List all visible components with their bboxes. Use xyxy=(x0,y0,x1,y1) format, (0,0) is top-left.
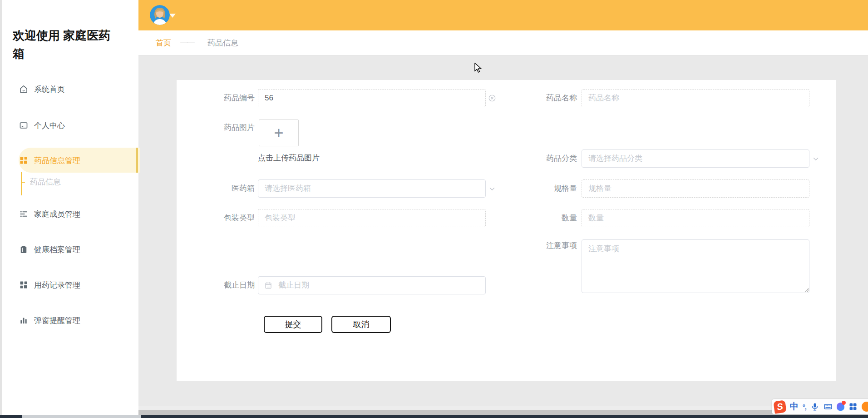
package-type-label: 包装类型 xyxy=(177,209,255,227)
calendar-icon xyxy=(264,281,272,289)
home-icon xyxy=(19,85,28,94)
sidebar-item-label: 家庭成员管理 xyxy=(34,209,80,220)
sidebar: 欢迎使用 家庭医药箱 系统首页 个人中心 药品信息管理 药品信息 xyxy=(0,0,138,415)
keyboard-icon[interactable] xyxy=(824,402,833,411)
sidebar-item-label: 健康档案管理 xyxy=(34,244,80,256)
medicine-box-select[interactable] xyxy=(258,179,486,198)
medicine-code-input[interactable] xyxy=(258,89,486,107)
archive-icon xyxy=(19,245,28,254)
toolbox-icon[interactable] xyxy=(848,402,858,411)
medicine-category-select[interactable] xyxy=(582,149,809,168)
medicine-image-label: 药品图片 xyxy=(177,119,255,137)
notes-textarea[interactable] xyxy=(582,239,809,293)
quantity-label: 数量 xyxy=(499,209,577,227)
breadcrumb-current: 药品信息 xyxy=(207,38,238,48)
sidebar-subitem-medicine-info[interactable]: 药品信息 xyxy=(2,176,140,188)
microphone-icon[interactable] xyxy=(810,402,819,411)
medicine-category-label: 药品分类 xyxy=(499,149,577,168)
package-type-input[interactable] xyxy=(258,209,486,227)
deadline-label: 截止日期 xyxy=(177,276,255,294)
horizontal-scrollbar-track[interactable] xyxy=(138,406,868,410)
chinese-mode-icon[interactable]: 中 xyxy=(790,401,799,413)
sidebar-item-label: 弹窗提醒管理 xyxy=(34,315,80,327)
emoji-icon[interactable] xyxy=(862,402,868,412)
caret-down-icon[interactable] xyxy=(169,14,176,18)
deadline-date-input[interactable] xyxy=(258,276,486,294)
sidebar-item-label: 系统首页 xyxy=(34,84,65,95)
bar-chart-icon xyxy=(19,316,28,325)
app-title: 欢迎使用 家庭医药箱 xyxy=(13,26,122,63)
ime-toolbar: S 中 °, xyxy=(772,399,868,414)
grid-icon xyxy=(19,280,28,289)
notes-label: 注意事项 xyxy=(499,237,577,255)
medicine-name-input[interactable] xyxy=(582,89,809,107)
sidebar-item-popup-reminder-mgmt[interactable]: 弹窗提醒管理 xyxy=(2,315,140,327)
quantity-input[interactable] xyxy=(582,209,809,227)
sidebar-subitem-label: 药品信息 xyxy=(30,176,61,188)
panel-icon xyxy=(19,121,28,130)
sidebar-item-label: 用药记录管理 xyxy=(34,279,80,291)
sidebar-item-medicine-info-mgmt[interactable]: 药品信息管理 xyxy=(2,155,140,167)
punctuation-icon[interactable]: °, xyxy=(803,403,806,411)
content-area: 药品编号 药品名称 药品图片 + 点击上传药品图片 药品分类 医药箱 xyxy=(138,56,868,406)
sidebar-item-health-record-mgmt[interactable]: 健康档案管理 xyxy=(2,244,140,256)
grid-icon xyxy=(19,156,28,165)
chevron-down-icon[interactable] xyxy=(488,185,496,193)
sidebar-item-system-home[interactable]: 系统首页 xyxy=(2,84,140,95)
list-icon xyxy=(19,209,28,219)
breadcrumb-home-link[interactable]: 首页 xyxy=(156,38,171,48)
spec-input[interactable] xyxy=(582,179,809,198)
medicine-code-label: 药品编号 xyxy=(177,89,255,107)
sidebar-item-family-member-mgmt[interactable]: 家庭成员管理 xyxy=(2,209,140,220)
app-window: 欢迎使用 家庭医药箱 系统首页 个人中心 药品信息管理 药品信息 xyxy=(0,0,868,418)
sidebar-item-label: 药品信息管理 xyxy=(34,155,80,167)
sidebar-item-medication-record-mgmt[interactable]: 用药记录管理 xyxy=(2,279,140,291)
sogou-logo-icon[interactable]: S xyxy=(773,400,786,413)
image-upload-button[interactable]: + xyxy=(259,119,299,146)
circle-close-icon[interactable] xyxy=(488,94,496,102)
user-avatar[interactable] xyxy=(150,5,170,25)
notification-dot xyxy=(842,401,846,405)
skin-icon[interactable] xyxy=(837,403,844,411)
taskbar-edge-segment xyxy=(22,415,141,418)
submit-button[interactable]: 提交 xyxy=(264,316,322,333)
chevron-down-icon[interactable] xyxy=(812,155,820,163)
medicine-name-label: 药品名称 xyxy=(499,89,577,107)
horizontal-scrollbar-thumb[interactable] xyxy=(138,410,868,415)
top-header-bar xyxy=(138,0,868,30)
plus-icon: + xyxy=(259,120,298,146)
breadcrumb: 首页 —— 药品信息 xyxy=(138,30,868,55)
upload-hint-text: 点击上传药品图片 xyxy=(258,153,320,163)
spec-label: 规格量 xyxy=(499,179,577,198)
cancel-button[interactable]: 取消 xyxy=(331,316,391,333)
sidebar-item-label: 个人中心 xyxy=(34,120,65,132)
medicine-form-card: 药品编号 药品名称 药品图片 + 点击上传药品图片 药品分类 医药箱 xyxy=(177,80,836,381)
sidebar-item-personal-center[interactable]: 个人中心 xyxy=(2,120,140,132)
breadcrumb-separator: —— xyxy=(180,37,194,46)
medicine-box-label: 医药箱 xyxy=(177,179,255,198)
